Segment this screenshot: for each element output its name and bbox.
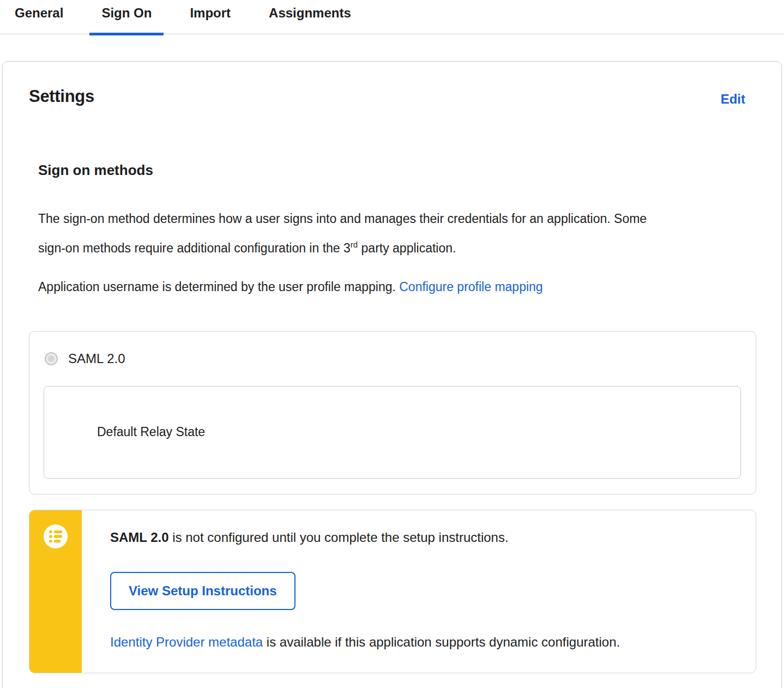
- metadata-line-rest: is available if this application support…: [263, 635, 620, 649]
- callout-message: SAML 2.0 is not configured until you com…: [110, 529, 734, 546]
- tab-assignments[interactable]: Assignments: [257, 5, 363, 35]
- identity-provider-metadata-link[interactable]: Identity Provider metadata: [110, 635, 263, 649]
- view-setup-instructions-button[interactable]: View Setup Instructions: [110, 572, 295, 610]
- callout-message-rest: is not configured until you complete the…: [169, 530, 509, 545]
- tab-import[interactable]: Import: [178, 5, 243, 35]
- description-superscript: rd: [351, 240, 358, 249]
- settings-card: Settings Edit Sign on methods The sign-o…: [2, 61, 782, 688]
- tab-sign-on[interactable]: Sign On: [89, 5, 164, 35]
- configure-profile-mapping-link[interactable]: Configure profile mapping: [399, 280, 542, 294]
- metadata-line: Identity Provider metadata is available …: [110, 633, 734, 651]
- sign-on-methods-section: Sign on methods The sign-on method deter…: [3, 162, 781, 300]
- tab-general[interactable]: General: [3, 5, 75, 35]
- callout-message-bold: SAML 2.0: [110, 530, 169, 545]
- default-relay-state-label: Default Relay State: [97, 425, 205, 439]
- settings-title: Settings: [29, 87, 94, 106]
- saml-radio-button[interactable]: [45, 352, 58, 365]
- default-relay-state-box: Default Relay State: [44, 386, 741, 479]
- description-text: The sign-on method determines how a user…: [38, 212, 647, 255]
- saml-radio-row: SAML 2.0: [44, 351, 741, 366]
- callout-warning-stripe: [29, 510, 82, 673]
- setup-instructions-callout: SAML 2.0 is not configured until you com…: [29, 510, 756, 673]
- sign-on-method-description: The sign-on method determines how a user…: [38, 206, 652, 261]
- description-text-end: party application.: [358, 241, 456, 255]
- app-tabbar: General Sign On Import Assignments: [0, 0, 784, 34]
- list-icon: [43, 524, 68, 549]
- callout-content: SAML 2.0 is not configured until you com…: [82, 510, 756, 673]
- settings-card-header: Settings Edit: [3, 62, 781, 107]
- saml-method-box: SAML 2.0 Default Relay State: [29, 331, 756, 494]
- application-username-text: Application username is determined by th…: [38, 280, 399, 294]
- sign-on-methods-heading: Sign on methods: [38, 162, 758, 179]
- saml-radio-label: SAML 2.0: [68, 351, 125, 366]
- application-username-line: Application username is determined by th…: [38, 274, 758, 300]
- edit-link[interactable]: Edit: [721, 92, 745, 107]
